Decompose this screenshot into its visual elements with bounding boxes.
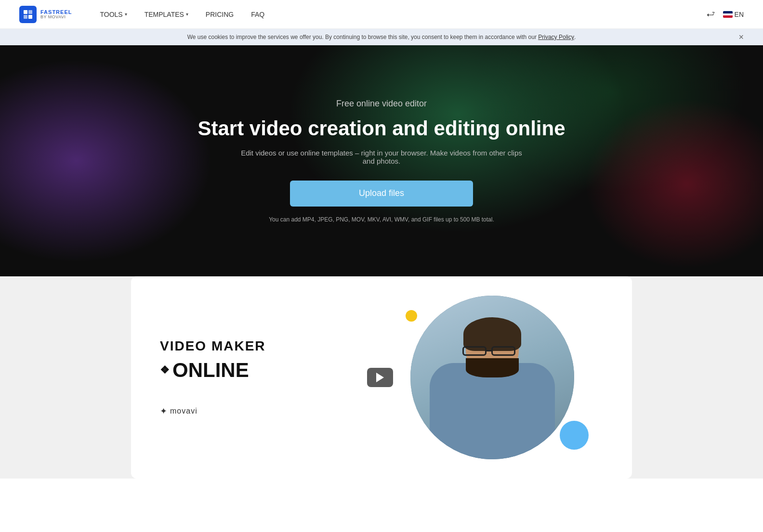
navbar: FASTREEL BY MOVAVI TOOLS ▾ TEMPLATES ▾ P… — [0, 0, 763, 29]
svg-rect-2 — [24, 15, 27, 19]
file-note: You can add MP4, JPEG, PNG, MOV, MKV, AV… — [269, 216, 494, 223]
nav-tools[interactable]: TOOLS ▾ — [91, 7, 135, 22]
upload-files-button[interactable]: Upload files — [290, 181, 473, 207]
play-icon — [376, 373, 384, 382]
person-image — [410, 296, 574, 459]
hero-description: Edit videos or use online templates – ri… — [237, 149, 526, 165]
cookie-close-button[interactable]: × — [738, 33, 744, 41]
privacy-policy-link[interactable]: Privacy Policy — [538, 34, 574, 40]
hero-title: Start video creation and editing online — [197, 117, 565, 141]
lang-selector[interactable]: EN — [723, 11, 744, 18]
svg-rect-1 — [28, 10, 32, 14]
video-online-label: ❖ ONLINE — [160, 359, 382, 382]
nav-links: TOOLS ▾ TEMPLATES ▾ PRICING FAQ — [91, 7, 706, 22]
play-button[interactable] — [367, 368, 393, 387]
tools-chevron-icon: ▾ — [125, 12, 127, 17]
movavi-logo: ✦ movavi — [160, 406, 382, 416]
flag-icon — [723, 11, 733, 18]
nav-right: ⮐ EN — [707, 9, 744, 19]
svg-rect-0 — [24, 10, 27, 14]
nav-templates[interactable]: TEMPLATES ▾ — [136, 7, 197, 22]
logo-icon — [19, 6, 37, 23]
video-card-right — [382, 296, 603, 459]
video-card-left: VIDEO MAKER ❖ ONLINE ✦ movavi — [160, 338, 382, 416]
lower-section: VIDEO MAKER ❖ ONLINE ✦ movavi — [0, 276, 763, 479]
video-card: VIDEO MAKER ❖ ONLINE ✦ movavi — [131, 276, 632, 479]
video-maker-label: VIDEO MAKER — [160, 338, 382, 354]
login-button[interactable]: ⮐ — [707, 9, 715, 19]
movavi-dots-icon: ✦ — [160, 406, 167, 416]
nav-pricing[interactable]: PRICING — [197, 7, 242, 22]
hero-section: Free online video editor Start video cre… — [0, 45, 763, 276]
hero-subtitle: Free online video editor — [336, 99, 427, 109]
logo-text: FASTREEL BY MOVAVI — [40, 9, 72, 20]
four-dots-icon: ❖ — [160, 364, 170, 376]
blue-dot-decoration — [560, 421, 589, 450]
nav-faq[interactable]: FAQ — [242, 7, 273, 22]
login-icon: ⮐ — [707, 9, 715, 19]
svg-rect-3 — [28, 15, 32, 19]
hero-content: Free online video editor Start video cre… — [197, 99, 565, 222]
movavi-text: movavi — [170, 407, 197, 415]
logo[interactable]: FASTREEL BY MOVAVI — [19, 6, 72, 23]
templates-chevron-icon: ▾ — [186, 12, 188, 17]
cookie-banner: We use cookies to improve the services w… — [0, 29, 763, 45]
